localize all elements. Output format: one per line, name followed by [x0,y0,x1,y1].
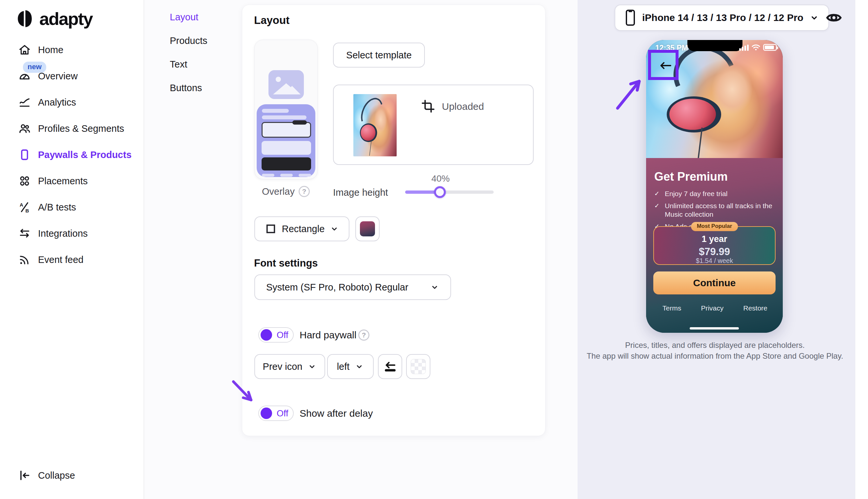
prev-icon-position-select[interactable]: left [327,354,374,379]
prev-icon-select[interactable]: Prev icon [255,354,325,379]
event-feed-icon [18,253,31,266]
sidebar-item-label: Paywalls & Products [38,149,132,160]
icon-color-picker[interactable] [406,354,430,379]
home-icon [18,44,31,56]
uploaded-image-thumbnail [354,94,397,156]
color-swatch [360,221,375,236]
sidebar-item-placements[interactable]: Placements [0,168,144,194]
sidebar-item-label: A/B tests [38,202,76,213]
battery-icon [763,44,777,51]
annotation-arrow-delay [230,378,261,409]
image-height-slider[interactable] [405,191,494,194]
toggle-knob [261,407,272,419]
select-template-button[interactable]: Select template [333,42,425,68]
tab-layout[interactable]: Layout [170,12,198,23]
sidebar-item-event-feed[interactable]: Event feed [0,246,144,273]
crop-icon[interactable] [421,99,435,113]
sidebar-item-analytics[interactable]: Analytics [0,89,144,115]
signal-icon [739,45,749,51]
svg-text:A: A [20,202,23,208]
check-icon: ✓ [654,202,661,219]
sidebar-item-profiles-segments[interactable]: Profiles & Segments [0,115,144,142]
feature-item: ✓ Enjoy 7 day free trial [654,190,772,198]
sidebar-item-label: Placements [38,176,88,186]
annotation-arrow-back-button [612,75,645,111]
panel-title: Layout [254,14,289,26]
wifi-icon [751,44,760,51]
check-icon: ✓ [654,190,661,198]
tab-text[interactable]: Text [170,59,187,70]
chevron-down-icon [355,362,364,371]
hard-paywall-label: Hard paywall [300,329,356,341]
paywalls-phone-icon [18,148,31,161]
preview-disclaimer: Prices, titles, and offers displayed are… [578,340,852,361]
select-template-label: Select template [346,50,412,61]
chevron-down-icon [330,224,339,233]
prev-icon-select-value: Prev icon [263,361,302,372]
scrollbar-gutter[interactable] [855,0,868,499]
toggle-state: Off [277,409,288,419]
restore-link[interactable]: Restore [743,304,767,312]
new-badge: new [23,62,46,73]
most-popular-badge: Most Popular [691,222,738,231]
shape-select[interactable]: Rectangle [255,216,349,241]
chevron-down-icon [809,13,819,23]
privacy-link[interactable]: Privacy [701,304,723,312]
tab-buttons[interactable]: Buttons [170,83,202,94]
image-height-value: 40% [419,173,462,184]
terms-link[interactable]: Terms [662,304,681,312]
transparency-pattern [411,359,426,374]
show-after-delay-toggle[interactable]: Off [258,405,294,421]
profiles-icon [18,122,31,135]
sidebar-item-integrations[interactable]: Integrations [0,220,144,246]
chevron-down-icon [308,362,317,371]
sidebar-item-label: Integrations [38,228,88,239]
font-select[interactable]: System (SF Pro, Roboto) Regular [255,275,451,300]
sidebar-item-home[interactable]: Home [0,37,144,63]
device-selector-value: iPhone 14 / 13 / 13 Pro / 12 / 12 Pro [642,12,803,23]
shape-select-value: Rectangle [282,223,325,234]
collapse-label: Collapse [38,470,75,481]
back-arrow-style-button[interactable] [378,354,402,379]
sidebar-item-paywalls-products[interactable]: Paywalls & Products [0,142,144,168]
hard-paywall-toggle[interactable]: Off [258,327,294,343]
preview-visibility-button[interactable] [824,9,844,27]
back-arrow-icon [383,360,397,374]
sidebar-item-ab-tests[interactable]: AB A/B tests [0,194,144,220]
feature-item: ✓ Unlimited access to all tracks in the … [654,202,772,219]
image-height-label: Image height [333,187,388,198]
paywall-title: Get Premium [654,170,728,184]
hard-paywall-help-icon[interactable]: ? [358,329,369,341]
toggle-state: Off [277,330,288,340]
uploaded-status-label: Uploaded [442,101,484,112]
uploaded-image-box[interactable]: Uploaded [333,85,534,165]
chevron-down-icon [430,283,439,292]
plan-price: $79.99 [654,246,775,258]
toggle-knob [261,329,272,341]
template-thumbnail[interactable] [255,40,318,179]
integrations-icon [18,227,31,240]
continue-button[interactable]: Continue [653,271,776,294]
device-selector[interactable]: iPhone 14 / 13 / 13 Pro / 12 / 12 Pro [615,4,829,31]
adapty-logo-text: adapty [39,9,92,29]
slider-handle[interactable] [434,186,446,198]
adapty-logo-icon [14,9,35,29]
product-card-1-year[interactable]: Most Popular 1 year $79.99 $1.54 / week [653,226,776,265]
sidebar-item-label: Analytics [38,97,76,108]
paywall-overlay: Get Premium ✓ Enjoy 7 day free trial ✓ U… [646,158,783,333]
overlay-help-icon[interactable]: ? [299,186,310,197]
sidebar-item-overview[interactable]: Overview [0,63,144,89]
sidebar-item-label: Profiles & Segments [38,123,124,134]
plan-name: 1 year [654,234,775,244]
dynamic-island-notch [687,40,742,51]
paywall-back-arrow-icon[interactable] [659,61,672,70]
image-placeholder-icon [269,70,304,99]
collapse-button[interactable]: Collapse [0,462,144,488]
svg-text:B: B [25,208,29,214]
sidebar-item-label: Overview [38,71,78,82]
font-select-value: System (SF Pro, Roboto) Regular [266,282,408,293]
adapty-logo[interactable]: adapty [14,9,92,29]
image-color-picker[interactable] [355,216,380,241]
tab-products[interactable]: Products [170,35,207,46]
placements-icon [18,175,31,187]
